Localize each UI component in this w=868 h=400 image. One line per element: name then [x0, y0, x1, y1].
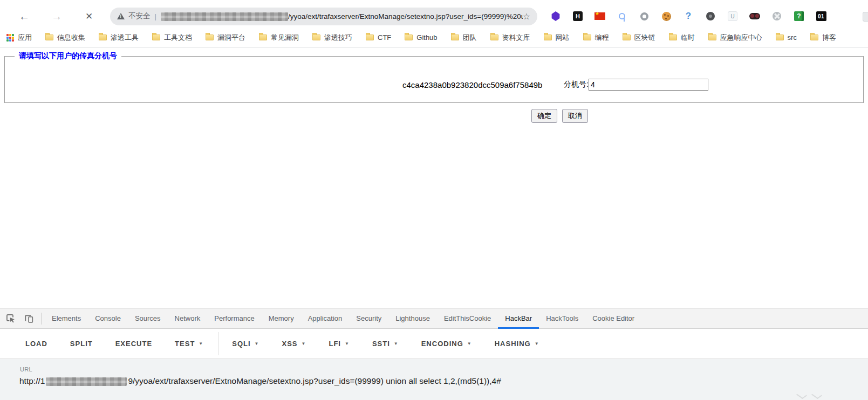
bookmark-folder-label: 常见漏洞: [271, 33, 299, 43]
stop-button[interactable]: ✕: [80, 11, 98, 22]
bookmark-folder-label: 渗透工具: [111, 33, 139, 43]
bookmark-folder-label: 网站: [556, 33, 570, 43]
folder-icon: [45, 35, 53, 40]
tab-performance[interactable]: Performance: [207, 308, 261, 329]
blue-ring-extension-icon[interactable]: [617, 11, 627, 22]
bookmark-folder[interactable]: 团队: [451, 33, 477, 43]
cancel-button[interactable]: 取消: [562, 109, 588, 123]
tab-hackbar[interactable]: HackBar: [498, 308, 539, 329]
hackbar-toolbar: LOAD SPLIT EXECUTE TEST▼ SQLI▼ XSS▼ LFI▼…: [0, 329, 868, 358]
faint-watermark: [798, 390, 841, 399]
bookmark-folder[interactable]: CTF: [366, 33, 391, 42]
bookmark-folder[interactable]: src: [776, 33, 797, 42]
back-button[interactable]: ←: [15, 10, 33, 23]
hackbar-encoding-menu[interactable]: ENCODING▼: [421, 340, 472, 348]
folder-icon: [708, 35, 716, 40]
bookmark-folder[interactable]: 应急响应中心: [708, 33, 762, 43]
gear-extension-icon[interactable]: [705, 11, 716, 22]
hackbar-xss-menu[interactable]: XSS▼: [282, 340, 306, 348]
url-field-label: URL: [20, 366, 32, 373]
hackbar-split-button[interactable]: SPLIT: [70, 340, 93, 348]
tab-hacktools[interactable]: HackTools: [539, 308, 585, 329]
bookmark-folder-label: 应急响应中心: [720, 33, 762, 43]
tab-elements[interactable]: Elements: [45, 308, 88, 329]
bookmark-folder[interactable]: 常见漏洞: [259, 33, 299, 43]
mask-extension-icon[interactable]: [749, 11, 760, 22]
purple-diamond-extension-icon[interactable]: [550, 11, 561, 22]
folder-icon: [669, 35, 677, 40]
tab-application[interactable]: Application: [301, 308, 350, 329]
bookmark-folder[interactable]: 临时: [669, 33, 695, 43]
forward-button[interactable]: →: [47, 10, 66, 23]
form-buttons: 确定 取消: [531, 109, 588, 123]
devtools-tabbar: Elements Console Sources Network Perform…: [0, 308, 868, 329]
extension-number-row: 分机号:: [564, 79, 708, 91]
folder-icon: [152, 35, 160, 40]
u-extension-icon[interactable]: U: [727, 11, 738, 22]
extension-number-input[interactable]: [589, 79, 708, 91]
hackbar-test-menu[interactable]: TEST▼: [175, 340, 203, 348]
folder-icon: [490, 35, 498, 40]
ok-button[interactable]: 确定: [531, 109, 557, 123]
bookmark-folder-label: 渗透技巧: [324, 33, 352, 43]
bookmark-folder[interactable]: 编程: [583, 33, 609, 43]
tab-memory[interactable]: Memory: [262, 308, 301, 329]
folder-icon: [451, 35, 459, 40]
chevron-down-icon: ▼: [199, 341, 203, 346]
cookie-extension-icon[interactable]: [661, 11, 672, 22]
bookmark-folder-label: 团队: [463, 33, 477, 43]
china-flag-extension-icon[interactable]: [594, 11, 605, 22]
bookmark-folder[interactable]: 工具文档: [152, 33, 192, 43]
apps-shortcut[interactable]: 应用: [6, 33, 32, 43]
tab-editthiscookie[interactable]: EditThisCookie: [437, 308, 498, 329]
devtools-panel: Elements Console Sources Network Perform…: [0, 308, 868, 400]
device-toolbar-icon[interactable]: [19, 308, 38, 328]
bookmark-folder[interactable]: 漏洞平台: [206, 33, 245, 43]
tab-console[interactable]: Console: [88, 308, 128, 329]
bookmark-folder[interactable]: 渗透技巧: [312, 33, 352, 43]
question-mark-extension-icon[interactable]: ?: [683, 11, 694, 22]
gray-ring-extension-icon[interactable]: [639, 11, 650, 22]
bookmark-folder[interactable]: 区块链: [623, 33, 655, 43]
hackbar-load-button[interactable]: LOAD: [25, 340, 47, 348]
binary-01-extension-icon[interactable]: 01: [816, 11, 826, 22]
address-separator: |: [155, 12, 156, 20]
bookmark-folder[interactable]: 博客: [810, 33, 836, 43]
hackbar-sqli-menu[interactable]: SQLI▼: [232, 340, 259, 348]
bookmark-folder[interactable]: Github: [405, 33, 437, 42]
redacted-host-blur: [161, 12, 288, 21]
chevron-down-icon: ▼: [467, 341, 472, 346]
disabled-extension-icon[interactable]: [771, 11, 782, 22]
hackbar-lfi-menu[interactable]: LFI▼: [329, 340, 349, 348]
tab-security[interactable]: Security: [349, 308, 388, 329]
hackbar-url-panel: URL http://1 9/yyoa/ext/trafaxserver/Ext…: [0, 358, 868, 400]
chevron-down-icon: ▼: [394, 341, 399, 346]
bookmark-folder[interactable]: 网站: [544, 33, 570, 43]
green-extension-icon[interactable]: ?: [794, 11, 804, 22]
bookmark-folder-label: 临时: [681, 33, 695, 43]
hackbar-hashing-menu[interactable]: HASHING▼: [495, 340, 539, 348]
bookmark-folder-label: 漏洞平台: [217, 33, 245, 43]
bookmark-star-icon[interactable]: ☆: [523, 11, 530, 22]
tab-network[interactable]: Network: [168, 308, 208, 329]
hackbar-execute-button[interactable]: EXECUTE: [115, 340, 152, 348]
not-secure-warning-icon: [117, 13, 125, 19]
chevron-down-icon: ▼: [302, 341, 306, 346]
inspect-element-icon[interactable]: [1, 308, 19, 328]
url-field-value[interactable]: http://1 9/yyoa/ext/trafaxserver/ExtnoMa…: [19, 376, 501, 386]
extension-number-label: 分机号:: [564, 80, 589, 89]
bookmark-folder[interactable]: 信息收集: [45, 33, 85, 43]
address-bar[interactable]: 不安全 | /yyoa/ext/trafaxserver/ExtnoManage…: [110, 8, 537, 25]
folder-icon: [583, 35, 591, 40]
browser-toolbar: ← → ✕ 不安全 | /yyoa/ext/trafaxserver/Extno…: [0, 4, 868, 28]
tab-sources[interactable]: Sources: [128, 308, 168, 329]
hackbar-ssti-menu[interactable]: SSTI▼: [372, 340, 399, 348]
bookmark-folder[interactable]: 资料文库: [490, 33, 530, 43]
bookmark-folder[interactable]: 渗透工具: [99, 33, 139, 43]
clipped-extension-icon: [863, 12, 868, 22]
tab-lighthouse[interactable]: Lighthouse: [388, 308, 437, 329]
tab-cookie-editor[interactable]: Cookie Editor: [585, 308, 641, 329]
bookmark-folder-label: 博客: [822, 33, 836, 43]
bookmark-folder-label: 资料文库: [502, 33, 530, 43]
h-extension-icon[interactable]: H: [572, 11, 583, 22]
